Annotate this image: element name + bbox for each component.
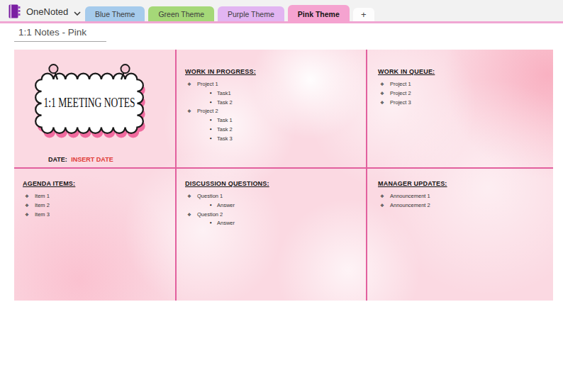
- list-item-text: Item 2: [35, 201, 50, 211]
- list-item: ❖Announcement 2: [378, 201, 545, 211]
- add-tab-button[interactable]: +: [353, 8, 374, 21]
- list-item: ❖Project 1: [185, 80, 357, 89]
- list-item-text: Project 1: [197, 80, 218, 89]
- diamond-bullet-icon: ❖: [380, 193, 386, 201]
- list-item-text: Announcement 2: [390, 201, 430, 211]
- list-item: ❖Project 3: [378, 99, 545, 108]
- list-item-text: Task 1: [217, 116, 233, 125]
- diamond-bullet-icon: ❖: [380, 90, 386, 98]
- note-card-title: 1:1 MEETING NOTES: [43, 96, 135, 110]
- dot-bullet-icon: •: [209, 201, 214, 211]
- section-heading: WORK IN PROGRESS:: [185, 68, 256, 75]
- diamond-bullet-icon: ❖: [187, 193, 193, 201]
- dot-bullet-icon: •: [209, 135, 214, 144]
- section-work-in-progress: WORK IN PROGRESS: ❖Project 1•Task1•Task …: [175, 50, 366, 167]
- list-item: •Task 2: [185, 125, 357, 135]
- list-item-text: Task 2: [217, 125, 233, 135]
- date-label: DATE:: [48, 156, 67, 163]
- tab-purple-theme[interactable]: Purple Theme: [218, 6, 284, 21]
- app-switcher[interactable]: OneNoted: [9, 3, 81, 20]
- list-item: •Answer: [185, 201, 357, 211]
- list-item: ❖Question 2: [185, 211, 357, 220]
- list-item: ❖Project 2: [185, 107, 357, 116]
- list-item-text: Item 3: [35, 211, 50, 220]
- list-item-text: Task 3: [217, 135, 233, 144]
- tab-green-theme[interactable]: Green Theme: [148, 6, 214, 21]
- section-heading: AGENDA ITEMS:: [23, 180, 75, 187]
- chevron-down-icon: [74, 6, 81, 18]
- diamond-bullet-icon: ❖: [380, 81, 386, 89]
- notebook-icon: [9, 4, 21, 18]
- page-title-field[interactable]: 1:1 Notes - Pink: [14, 26, 106, 42]
- list-item: •Task 1: [185, 116, 357, 125]
- section-heading: MANAGER UPDATES:: [378, 180, 447, 187]
- tab-pink-theme[interactable]: Pink Theme: [288, 5, 350, 23]
- list-item-text: Task 2: [217, 99, 233, 108]
- list-item-text: Task1: [217, 89, 231, 99]
- work-in-progress-list: ❖Project 1•Task1•Task 2❖Project 2•Task 1…: [185, 80, 357, 143]
- app-title: OneNoted: [26, 6, 68, 17]
- list-item-text: Answer: [217, 219, 235, 228]
- discussion-questions-list: ❖Question 1•Answer❖Question 2•Answer: [185, 192, 357, 228]
- section-work-in-queue: WORK IN QUEUE: ❖Project 1❖Project 2❖Proj…: [366, 50, 553, 167]
- list-item-text: Project 3: [390, 99, 411, 108]
- list-item: •Answer: [185, 219, 357, 228]
- section-heading: WORK IN QUEUE:: [378, 68, 435, 75]
- diamond-bullet-icon: ❖: [380, 202, 386, 210]
- dot-bullet-icon: •: [209, 89, 214, 99]
- list-item-text: Answer: [217, 201, 235, 211]
- diamond-bullet-icon: ❖: [25, 202, 30, 210]
- work-in-queue-list: ❖Project 1❖Project 2❖Project 3: [378, 80, 545, 107]
- diamond-bullet-icon: ❖: [187, 211, 193, 219]
- diamond-bullet-icon: ❖: [25, 211, 30, 219]
- tab-blue-theme[interactable]: Blue Theme: [85, 6, 145, 21]
- list-item: ❖Question 1: [185, 192, 357, 201]
- list-item-text: Project 2: [197, 107, 218, 116]
- list-item: ❖Project 1: [378, 80, 545, 89]
- diamond-bullet-icon: ❖: [380, 99, 386, 107]
- list-item: ❖Announcement 1: [378, 192, 545, 201]
- date-placeholder: INSERT DATE: [71, 156, 113, 163]
- list-item: ❖Item 3: [23, 211, 167, 220]
- list-item: •Task 2: [185, 99, 357, 108]
- list-item: •Task1: [185, 89, 357, 99]
- app-header: OneNoted Blue ThemeGreen ThemePurple The…: [0, 0, 563, 21]
- list-item: ❖Item 1: [23, 192, 167, 201]
- list-item-text: Question 1: [197, 192, 223, 201]
- list-item-text: Project 2: [390, 89, 411, 99]
- note-canvas[interactable]: 1:1 MEETING NOTES DATE: INSERT DATE WORK…: [14, 50, 553, 301]
- manager-updates-list: ❖Announcement 1❖Announcement 2: [378, 192, 545, 211]
- date-line: DATE: INSERT DATE: [48, 156, 169, 163]
- list-item-text: Question 2: [197, 211, 223, 220]
- section-manager-updates: MANAGER UPDATES: ❖Announcement 1❖Announc…: [366, 167, 553, 301]
- list-item: ❖Item 2: [23, 201, 167, 211]
- section-heading: DISCUSSION QUESTIONS:: [185, 180, 269, 187]
- list-item: •Task 3: [185, 135, 357, 144]
- list-item-text: Project 1: [390, 80, 411, 89]
- list-item-text: Announcement 1: [390, 192, 430, 201]
- dot-bullet-icon: •: [209, 99, 214, 108]
- diamond-bullet-icon: ❖: [187, 81, 193, 89]
- section-agenda-items: AGENDA ITEMS: ❖Item 1❖Item 2❖Item 3: [14, 167, 175, 301]
- dot-bullet-icon: •: [209, 219, 214, 228]
- section-discussion-questions: DISCUSSION QUESTIONS: ❖Question 1•Answer…: [175, 167, 366, 301]
- tab-strip: Blue ThemeGreen ThemePurple ThemePink Th…: [85, 0, 374, 21]
- agenda-items-list: ❖Item 1❖Item 2❖Item 3: [23, 192, 167, 219]
- dot-bullet-icon: •: [209, 116, 214, 125]
- diamond-bullet-icon: ❖: [187, 108, 193, 116]
- section-note-card: 1:1 MEETING NOTES DATE: INSERT DATE: [14, 50, 175, 167]
- dot-bullet-icon: •: [209, 125, 214, 135]
- meeting-notes-card: 1:1 MEETING NOTES: [26, 60, 169, 146]
- list-item-text: Item 1: [35, 192, 50, 201]
- tab-accent-line: [0, 21, 563, 23]
- diamond-bullet-icon: ❖: [25, 193, 30, 201]
- list-item: ❖Project 2: [378, 89, 545, 99]
